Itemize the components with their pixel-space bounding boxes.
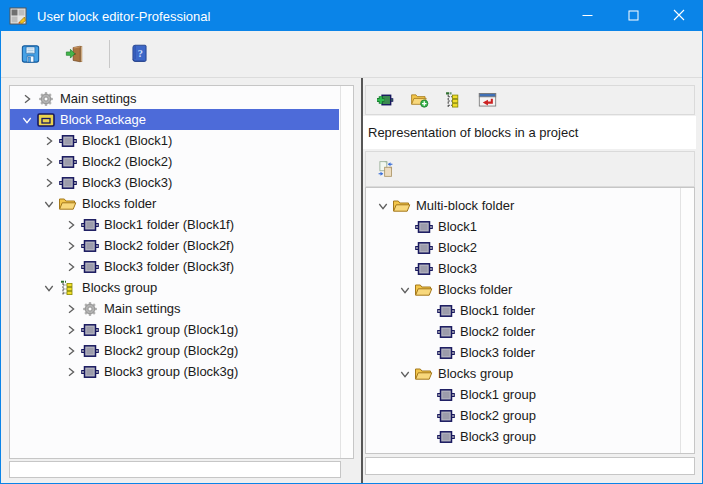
svg-text:?: ? (138, 48, 143, 59)
chevron-collapsed-icon[interactable] (18, 91, 36, 107)
chevron-expanded-icon[interactable] (374, 198, 392, 214)
chevron-expanded-icon[interactable] (396, 366, 414, 382)
description-label: Representation of blocks in a project (363, 116, 696, 149)
minimize-icon (582, 9, 593, 24)
tree-item[interactable]: Block2 group (366, 405, 680, 426)
close-button[interactable] (656, 1, 702, 31)
tree-item[interactable]: Blocks folder (10, 193, 339, 214)
insert-window-icon (478, 92, 497, 108)
chevron-collapsed-icon[interactable] (62, 217, 80, 233)
tree-item[interactable]: Block1 folder (366, 300, 680, 321)
tree-item-label: Multi-block folder (416, 195, 514, 216)
tree-item[interactable]: Block2 folder (Block2f) (10, 235, 339, 256)
chevron-expanded-icon[interactable] (40, 196, 58, 212)
chevron-collapsed-icon[interactable] (62, 238, 80, 254)
chevron-expanded-icon[interactable] (40, 280, 58, 296)
block-icon (80, 259, 99, 275)
add-block-button[interactable] (374, 88, 401, 112)
block-icon (436, 345, 455, 361)
block-icon (436, 429, 455, 445)
chevron-collapsed-icon[interactable] (40, 175, 58, 191)
save-button[interactable] (11, 33, 55, 75)
chevron-collapsed-icon[interactable] (62, 343, 80, 359)
block-icon (80, 343, 99, 359)
folder-icon (414, 282, 433, 298)
tree-item[interactable]: Block3 group (Block3g) (10, 361, 339, 382)
chevron-collapsed-icon[interactable] (40, 133, 58, 149)
block-icon (414, 219, 433, 235)
block-icon (58, 154, 77, 170)
add-folder-button[interactable] (408, 88, 435, 112)
right-tree-scrollbar[interactable] (680, 188, 694, 453)
add-block-icon (376, 92, 395, 108)
chevron-collapsed-icon[interactable] (62, 322, 80, 338)
package-icon (36, 112, 55, 128)
tree-item-label: Block3 (Block3) (82, 172, 172, 193)
tree-item[interactable]: Blocks folder (366, 279, 680, 300)
chevron-spacer (396, 261, 414, 277)
help-button[interactable]: ? (120, 33, 164, 75)
left-status-field[interactable] (9, 461, 341, 478)
chevron-collapsed-icon[interactable] (62, 364, 80, 380)
block-icon (80, 322, 99, 338)
insert-window-button[interactable] (476, 88, 503, 112)
tree-item[interactable]: Blocks group (10, 277, 339, 298)
tree-item[interactable]: Block3 (Block3) (10, 172, 339, 193)
block-structure-tree: Main settings Block Package Block1 (Bloc… (9, 85, 354, 459)
tree-item[interactable]: Blocks group (366, 363, 680, 384)
tree-item-label: Block2 (Block2) (82, 151, 172, 172)
tree-item-label: Block1 (Block1) (82, 130, 172, 151)
tree-item[interactable]: Block1 group (Block1g) (10, 319, 339, 340)
chevron-collapsed-icon[interactable] (62, 301, 80, 317)
tree-item[interactable]: Block2 (Block2) (10, 151, 339, 172)
tree-item[interactable]: Block3 (366, 258, 680, 279)
app-icon (9, 7, 27, 25)
replace-icon (376, 161, 395, 177)
replace-button[interactable] (374, 157, 401, 181)
tree-item[interactable]: Main settings (10, 298, 339, 319)
block-icon (58, 133, 77, 149)
tree-item[interactable]: Block3 group (366, 426, 680, 447)
chevron-expanded-icon[interactable] (396, 282, 414, 298)
chevron-collapsed-icon[interactable] (40, 154, 58, 170)
add-group-button[interactable] (442, 88, 469, 112)
right-status-field[interactable] (365, 457, 695, 475)
chevron-expanded-icon[interactable] (18, 112, 36, 128)
maximize-icon (628, 9, 639, 24)
exit-button[interactable] (55, 33, 99, 75)
project-toolbar (365, 85, 695, 115)
tree-item[interactable]: Block3 folder (Block3f) (10, 256, 339, 277)
tree-item-label: Block3 (438, 258, 477, 279)
block-icon (58, 175, 77, 191)
chevron-spacer (418, 324, 436, 340)
chevron-collapsed-icon[interactable] (62, 259, 80, 275)
tree-item[interactable]: Block1 (366, 216, 680, 237)
chevron-spacer (396, 240, 414, 256)
left-tree-scrollbar[interactable] (340, 86, 353, 458)
tree-item[interactable]: Main settings (10, 88, 339, 109)
block-icon (80, 364, 99, 380)
block-icon (414, 261, 433, 277)
tree-item[interactable]: Block1 folder (Block1f) (10, 214, 339, 235)
tree-item[interactable]: Block3 folder (366, 342, 680, 363)
tree-item[interactable]: Block2 group (Block2g) (10, 340, 339, 361)
tree-item[interactable]: Block Package (10, 109, 339, 130)
maximize-button[interactable] (610, 1, 656, 31)
tree-item-label: Block2 (438, 237, 477, 258)
chevron-spacer (418, 345, 436, 361)
tree-item[interactable]: Multi-block folder (366, 195, 680, 216)
window-controls (564, 1, 702, 31)
tree-item-label: Blocks group (82, 277, 157, 298)
minimize-button[interactable] (564, 1, 610, 31)
left-panel: Main settings Block Package Block1 (Bloc… (9, 85, 354, 478)
gear-icon (36, 91, 55, 107)
tree-item-label: Block Package (60, 109, 146, 130)
tree-item[interactable]: Block2 (366, 237, 680, 258)
titlebar[interactable]: User block editor-Professional (1, 1, 702, 31)
tree-item[interactable]: Block1 group (366, 384, 680, 405)
tree-item[interactable]: Block1 (Block1) (10, 130, 339, 151)
folder-icon (414, 366, 433, 382)
tree-item[interactable]: Block2 folder (366, 321, 680, 342)
chevron-spacer (418, 429, 436, 445)
tree-item-label: Block3 group (460, 426, 536, 447)
